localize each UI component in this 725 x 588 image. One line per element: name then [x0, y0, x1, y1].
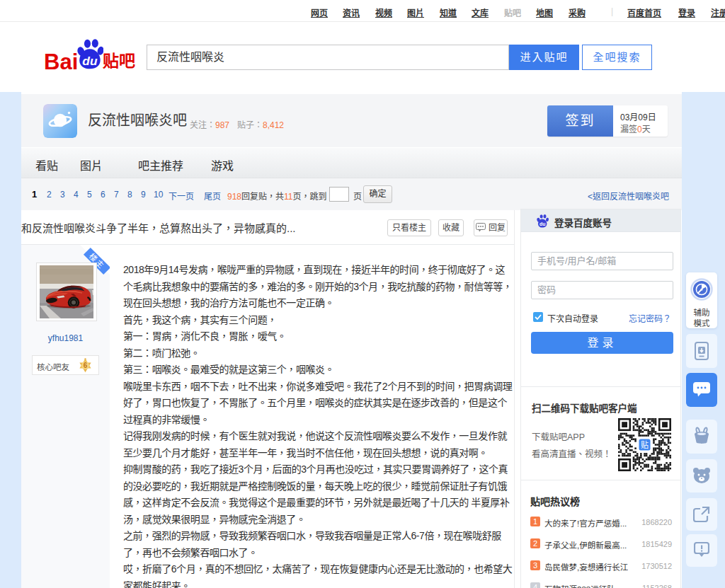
svg-text:6: 6	[84, 362, 88, 369]
svg-text:du: du	[540, 221, 546, 226]
svg-text:贴: 贴	[641, 440, 649, 449]
svg-text:du: du	[82, 54, 98, 68]
